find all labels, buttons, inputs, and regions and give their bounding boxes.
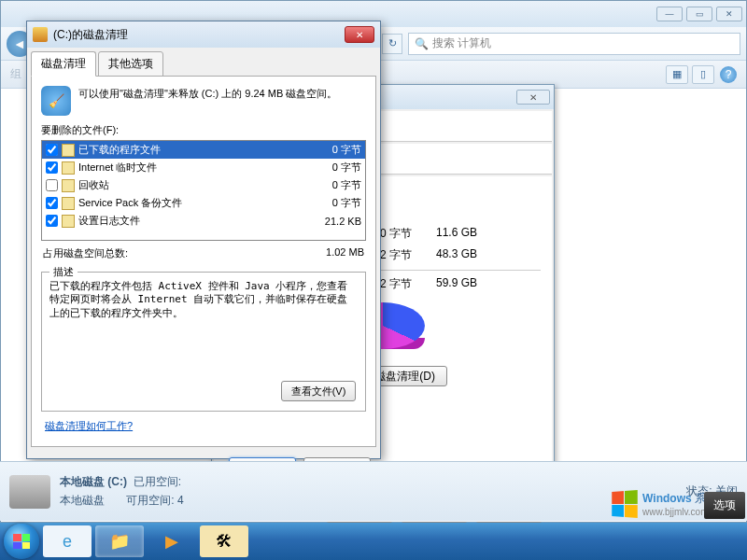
search-input[interactable]: 🔍 搜索 计算机 (408, 33, 740, 55)
cleanup-tabs: 磁盘清理 其他选项 (31, 51, 376, 77)
close-button[interactable]: ✕ (716, 7, 742, 21)
file-name: 已下载的程序文件 (78, 143, 296, 157)
cleanup-help-link[interactable]: 磁盘清理如何工作? (41, 412, 136, 437)
file-icon (62, 144, 75, 157)
taskbar-explorer-button[interactable]: 📁 (95, 525, 144, 557)
description-group: 描述 已下载的程序文件包括 ActiveX 控件和 Java 小程序，您查看特定… (41, 272, 366, 412)
cleanup-close-button[interactable]: ✕ (345, 26, 374, 43)
file-size: 0 字节 (296, 178, 361, 192)
taskbar: e 📁 ▶ 🛠 (0, 523, 747, 560)
toolbar-organize[interactable]: 组 (10, 66, 21, 82)
tab-more-options[interactable]: 其他选项 (98, 51, 163, 77)
drive-icon (9, 475, 50, 509)
cleanup-file-list[interactable]: 已下载的程序文件0 字节Internet 临时文件0 字节回收站0 字节Serv… (41, 140, 366, 241)
file-list-row[interactable]: Service Pack 备份文件0 字节 (42, 194, 365, 212)
cleanup-body: 🧹 可以使用"磁盘清理"来释放 (C:) 上的 9.24 MB 磁盘空间。 要删… (31, 76, 376, 447)
properties-close-button[interactable]: ✕ (516, 90, 550, 105)
help-icon[interactable]: ? (720, 66, 737, 83)
file-list-label: 要删除的文件(F): (41, 123, 366, 137)
taskbar-ie-button[interactable]: e (43, 525, 92, 557)
windows-logo-icon (612, 490, 638, 518)
file-size: 0 字节 (296, 143, 361, 157)
windows-flag-icon (13, 534, 30, 549)
tab-disk-cleanup[interactable]: 磁盘清理 (31, 51, 96, 77)
file-icon (62, 179, 75, 192)
start-button[interactable] (4, 524, 39, 559)
file-icon (62, 197, 75, 210)
disk-cleanup-dialog: (C:)的磁盘清理 ✕ 磁盘清理 其他选项 🧹 可以使用"磁盘清理"来释放 (C… (26, 21, 381, 459)
file-name: 回收站 (78, 178, 296, 192)
file-name: Internet 临时文件 (78, 161, 296, 175)
cleanup-header-text: 可以使用"磁盘清理"来释放 (C:) 上的 9.24 MB 磁盘空间。 (78, 86, 337, 116)
minimize-button[interactable]: ― (656, 7, 683, 21)
cleanup-title-text: (C:)的磁盘清理 (53, 27, 345, 43)
search-icon: 🔍 (415, 37, 429, 50)
file-size: 0 字节 (296, 196, 361, 210)
taskbar-mediaplayer-button[interactable]: ▶ (148, 525, 196, 557)
view-files-button[interactable]: 查看文件(V) (281, 381, 356, 401)
cleanup-title-icon (33, 27, 48, 42)
file-icon (62, 161, 75, 175)
description-text: 已下载的程序文件包括 ActiveX 控件和 Java 小程序，您查看特定网页时… (49, 280, 358, 320)
file-checkbox[interactable] (46, 144, 58, 156)
file-list-row[interactable]: 设置日志文件21.2 KB (42, 212, 365, 230)
file-checkbox[interactable] (46, 215, 58, 227)
file-name: 设置日志文件 (78, 214, 296, 228)
preview-pane-button[interactable]: ▯ (692, 65, 714, 84)
total-row: 占用磁盘空间总数: 1.02 MB (41, 241, 366, 266)
file-size: 0 字节 (296, 161, 361, 175)
cleanup-titlebar[interactable]: (C:)的磁盘清理 ✕ (27, 21, 380, 48)
file-list-row[interactable]: Internet 临时文件0 字节 (42, 159, 365, 176)
options-button[interactable]: 选项 (704, 492, 745, 519)
file-checkbox[interactable] (46, 179, 58, 191)
file-size: 21.2 KB (296, 216, 361, 227)
file-list-row[interactable]: 已下载的程序文件0 字节 (42, 141, 365, 159)
view-mode-button[interactable]: ▦ (666, 65, 688, 84)
search-placeholder: 搜索 计算机 (432, 35, 491, 51)
cleanup-header-icon: 🧹 (41, 86, 71, 116)
file-checkbox[interactable] (46, 197, 58, 209)
maximize-button[interactable]: ▭ (686, 7, 712, 21)
refresh-button[interactable]: ↻ (382, 34, 402, 54)
file-name: Service Pack 备份文件 (78, 196, 296, 210)
file-list-row[interactable]: 回收站0 字节 (42, 176, 365, 194)
file-checkbox[interactable] (46, 161, 58, 174)
taskbar-app-button[interactable]: 🛠 (200, 525, 248, 557)
total-value: 1.02 MB (326, 246, 364, 260)
file-icon (62, 215, 75, 228)
